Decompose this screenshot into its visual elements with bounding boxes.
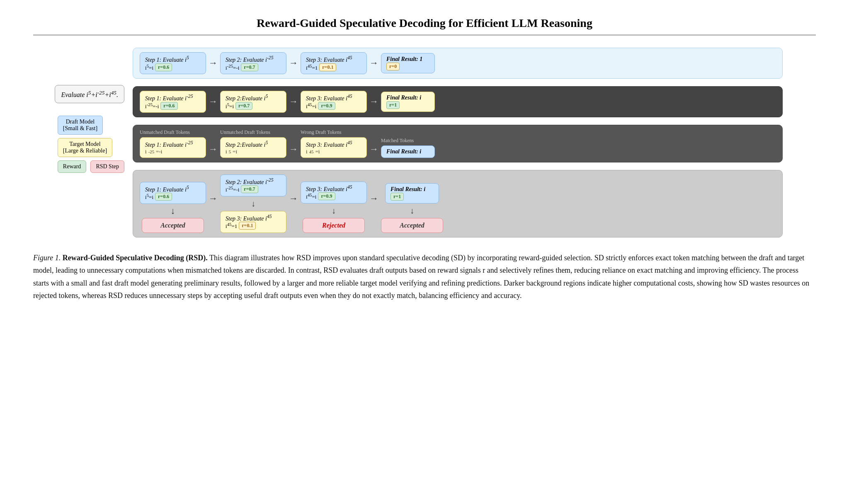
rsd-accepted-2: Accepted xyxy=(381,218,443,233)
caption-bold: Reward-Guided Speculative Decoding (RSD)… xyxy=(63,254,208,262)
draft-final: Final Result: 1 r=0 xyxy=(381,53,435,73)
rsd-step-2-col: Step 2: Evaluate i-25 i-25=-i r=0.7 ↓ St… xyxy=(220,174,286,233)
legend-reward: Reward xyxy=(58,160,87,173)
rsd-accepted-1: Accepted xyxy=(142,218,204,233)
figure-caption: Figure 1. Reward-Guided Speculative Deco… xyxy=(33,252,816,302)
draft-row: Step 1: Evaluate i5 i5=i r=0.6 → Step 2:… xyxy=(133,48,783,79)
target-step-2: Step 2:Evaluate i5 i5=i r=0.7 xyxy=(220,91,286,113)
rsd-final-col: Final Result: i r=1 ↓ Accepted xyxy=(381,183,443,233)
sd-row: Unmatched Draft Tokens Step 1: Evaluate … xyxy=(133,125,783,162)
sd-final-group: Matched Tokens Final Result: i xyxy=(381,138,435,158)
target-step-3: Step 3: Evaluate i45 i45=i r=0.9 xyxy=(301,91,367,113)
legend-rsd-step: RSD Step xyxy=(90,160,124,173)
legend-target: Target Model[Large & Reliable] xyxy=(58,138,112,157)
sd-step-2-group: Unmatched Draft Tokens Step 2:Evaluate i… xyxy=(220,129,286,158)
sd-step-1-group: Unmatched Draft Tokens Step 1: Evaluate … xyxy=(140,129,206,158)
left-panel: Evaluate i5+i-25+i45. Draft Model[Small … xyxy=(33,48,124,239)
draft-step-2: Step 2: Evaluate i-25 i-25=-i r=0.7 xyxy=(220,52,286,74)
target-row: Step 1: Evaluate i-25 i-25=-i r=0.6 → St… xyxy=(133,86,783,117)
page-title: Reward-Guided Speculative Decoding for E… xyxy=(33,17,816,35)
right-panel: Step 1: Evaluate i5 i5=i r=0.6 → Step 2:… xyxy=(133,48,783,239)
draft-step-3: Step 3: Evaluate i45 i45=1 r=0.1 xyxy=(301,52,367,74)
sd-step-3-group: Wrong Draft Tokens Step 3: Evaluate i45 … xyxy=(301,129,367,158)
target-final: Final Result: i r=1 xyxy=(381,92,435,112)
rsd-step-3-col: Step 3: Evaluate i45 i45=i r=0.9 ↓ Rejec… xyxy=(301,182,367,233)
target-step-1: Step 1: Evaluate i-25 i-25=-i r=0.6 xyxy=(140,91,206,113)
caption-italic: Figure 1. xyxy=(33,254,61,262)
legend-area: Draft Model[Small & Fast] Target Model[L… xyxy=(58,116,124,173)
legend-draft: Draft Model[Small & Fast] xyxy=(58,116,103,135)
rsd-row: Step 1: Evaluate i5 i5=i r=0.6 ↓ Accepte… xyxy=(133,170,783,237)
draft-step-1: Step 1: Evaluate i5 i5=i r=0.6 xyxy=(140,52,206,74)
rsd-step-1-col: Step 1: Evaluate i5 i5=i r=0.6 ↓ Accepte… xyxy=(140,182,206,233)
rsd-rejected: Rejected xyxy=(303,218,365,233)
input-expression: Evaluate i5+i-25+i45. xyxy=(55,85,124,103)
